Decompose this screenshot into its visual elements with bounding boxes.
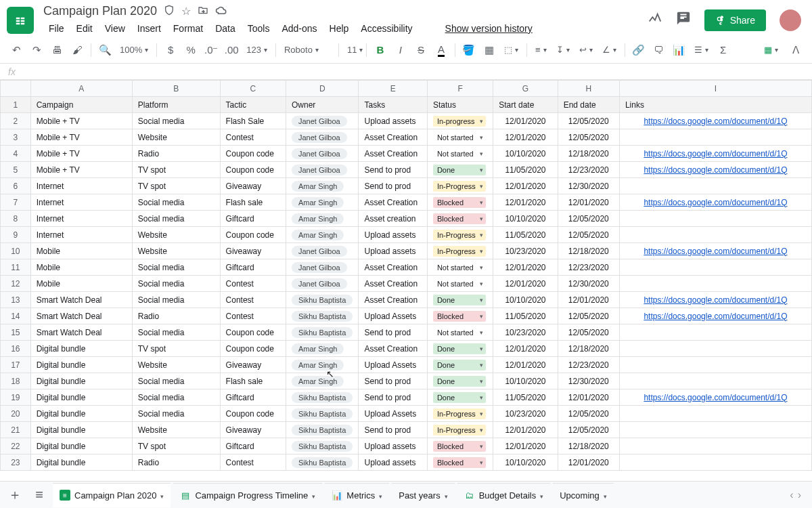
cell-tactic[interactable]: Giveaway	[220, 178, 286, 194]
header-cell-1[interactable]: Platform	[132, 97, 220, 113]
cell-start-date[interactable]: 11/05/2020	[493, 162, 558, 178]
cell-platform[interactable]: TV spot	[132, 162, 220, 178]
col-head-E[interactable]: E	[359, 81, 427, 97]
status-dropdown[interactable]: Not started	[433, 132, 486, 143]
tab-scroll-right[interactable]: ›	[798, 489, 801, 501]
cell-end-date[interactable]: 12/05/2020	[558, 324, 619, 341]
status-dropdown[interactable]: In-progress	[433, 116, 486, 127]
cell-campaign[interactable]: Mobile + TV	[30, 129, 132, 146]
cell-tasks[interactable]: Upload assets	[359, 438, 427, 454]
status-dropdown[interactable]: Blocked	[433, 311, 486, 322]
cell-owner[interactable]: Janet Gilboa	[286, 113, 359, 129]
owner-chip[interactable]: Sikhu Baptista	[292, 457, 353, 468]
cell-status[interactable]: Not started	[427, 259, 493, 276]
cell-end-date[interactable]: 12/05/2020	[558, 422, 619, 438]
menu-view[interactable]: View	[99, 20, 131, 37]
cell-link[interactable]	[619, 438, 811, 454]
cell-platform[interactable]: Social media	[132, 194, 220, 211]
col-head-D[interactable]: D	[286, 81, 359, 97]
sheet-tab-2[interactable]: 📊Metrics	[325, 483, 389, 507]
cell-link[interactable]	[619, 211, 811, 227]
row-head-17[interactable]: 17	[1, 357, 31, 373]
v-align-button[interactable]: ↧	[552, 45, 574, 55]
cell-tasks[interactable]: Send to prod	[359, 324, 427, 341]
font-size-select[interactable]: 11	[343, 45, 362, 55]
cell-link[interactable]: https://docs.google.com/document/d/1Q	[619, 113, 811, 129]
cell-tactic[interactable]: Coupon code	[220, 324, 286, 341]
cell-owner[interactable]: Sikhu Baptista	[286, 308, 359, 324]
cell-status[interactable]: Not started	[427, 276, 493, 292]
row-head-7[interactable]: 7	[1, 194, 31, 211]
cell-campaign[interactable]: Digital bundle	[30, 422, 132, 438]
owner-chip[interactable]: Amar Singh	[292, 360, 344, 371]
owner-chip[interactable]: Janet Gilboa	[292, 116, 347, 127]
status-dropdown[interactable]: In-Progress	[433, 408, 486, 419]
insert-chart-button[interactable]: 📊	[670, 41, 689, 60]
cell-tactic[interactable]: Coupon code	[220, 406, 286, 422]
cell-tasks[interactable]: Upload assets	[359, 113, 427, 129]
cell-tactic[interactable]: Giveaway	[220, 243, 286, 259]
sheet-tab-5[interactable]: Upcoming	[553, 483, 614, 507]
owner-chip[interactable]: Sikhu Baptista	[292, 392, 353, 403]
cell-status[interactable]: In-progress	[427, 113, 493, 129]
zoom-icon[interactable]: 🔍	[95, 41, 114, 60]
owner-chip[interactable]: Sikhu Baptista	[292, 295, 353, 305]
tab-menu-chevron[interactable]	[312, 490, 315, 501]
owner-chip[interactable]: Janet Gilboa	[292, 262, 347, 273]
cell-tactic[interactable]: Giftcard	[220, 211, 286, 227]
star-icon[interactable]: ☆	[181, 5, 191, 18]
cell-link[interactable]: https://docs.google.com/document/d/1Q	[619, 389, 811, 406]
header-cell-6[interactable]: Start date	[493, 97, 558, 113]
cell-status[interactable]: Not started	[427, 324, 493, 341]
font-select[interactable]: Roboto	[280, 45, 334, 55]
row-head-12[interactable]: 12	[1, 276, 31, 292]
status-dropdown[interactable]: Not started	[433, 148, 486, 159]
cell-tasks[interactable]: Upload assets	[359, 243, 427, 259]
row-head-3[interactable]: 3	[1, 129, 31, 146]
status-dropdown[interactable]: Not started	[433, 327, 486, 338]
owner-chip[interactable]: Amar Singh	[292, 230, 344, 240]
cell-status[interactable]: Blocked	[427, 454, 493, 471]
cell-owner[interactable]: Sikhu Baptista	[286, 422, 359, 438]
cell-status[interactable]: Done	[427, 341, 493, 357]
cell-owner[interactable]: Sikhu Baptista	[286, 438, 359, 454]
cell-campaign[interactable]: Digital bundle	[30, 406, 132, 422]
h-align-button[interactable]: ≡	[531, 45, 551, 55]
row-head-1[interactable]: 1	[1, 97, 31, 113]
cell-status[interactable]: In-Progress	[427, 227, 493, 243]
row-head-2[interactable]: 2	[1, 113, 31, 129]
cell-campaign[interactable]: Mobile + TV	[30, 113, 132, 129]
version-history-link[interactable]: Show version history	[440, 20, 538, 37]
cell-tasks[interactable]: Upload Assets	[359, 357, 427, 373]
menu-tools[interactable]: Tools	[242, 20, 275, 37]
cell-campaign[interactable]: Smart Watch Deal	[30, 292, 132, 308]
cell-link[interactable]	[619, 324, 811, 341]
row-head-19[interactable]: 19	[1, 389, 31, 406]
cell-campaign[interactable]: Internet	[30, 227, 132, 243]
cell-start-date[interactable]: 12/01/2020	[493, 178, 558, 194]
wrap-button[interactable]: ↩	[575, 45, 597, 55]
cell-link[interactable]	[619, 373, 811, 389]
col-head-H[interactable]: H	[558, 81, 619, 97]
menu-insert[interactable]: Insert	[132, 20, 166, 37]
cell-start-date[interactable]: 12/01/2020	[493, 341, 558, 357]
cell-status[interactable]: In-Progress	[427, 406, 493, 422]
row-head-22[interactable]: 22	[1, 438, 31, 454]
cell-tactic[interactable]: Coupon code	[220, 341, 286, 357]
cell-tasks[interactable]: Asset creation	[359, 211, 427, 227]
sheet-tab-1[interactable]: ▤Campaign Progress Timeline	[173, 483, 322, 507]
status-dropdown[interactable]: In-Progress	[433, 425, 486, 436]
cell-end-date[interactable]: 12/23/2020	[558, 357, 619, 373]
cell-status[interactable]: Done	[427, 162, 493, 178]
cell-link[interactable]: https://docs.google.com/document/d/1Q	[619, 292, 811, 308]
cell-end-date[interactable]: 12/01/2020	[558, 292, 619, 308]
cell-campaign[interactable]: Mobile	[30, 243, 132, 259]
menu-format[interactable]: Format	[168, 20, 208, 37]
cell-campaign[interactable]: Smart Watch Deal	[30, 324, 132, 341]
cell-owner[interactable]: Janet Gilboa	[286, 129, 359, 146]
row-head-13[interactable]: 13	[1, 292, 31, 308]
spreadsheet-grid[interactable]: ABCDEFGHI1CampaignPlatformTacticOwnerTas…	[0, 80, 812, 478]
row-head-20[interactable]: 20	[1, 406, 31, 422]
cell-link[interactable]	[619, 178, 811, 194]
owner-chip[interactable]: Janet Gilboa	[292, 132, 347, 143]
